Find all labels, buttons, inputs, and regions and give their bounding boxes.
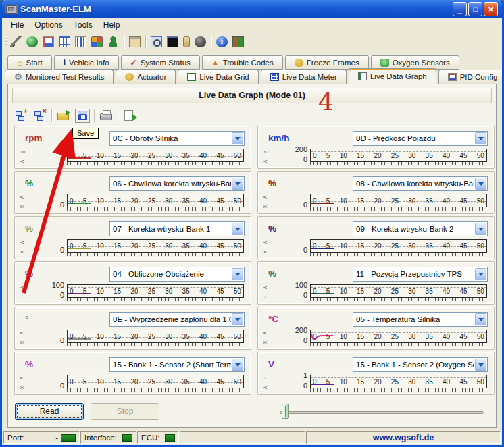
battery-icon[interactable] [183,36,190,47]
minor-ticks [67,253,244,256]
y-axis-rotated-label: v [262,332,269,335]
pid-select[interactable]: 08 - Chwilowa korekta wtrysku-Bank 2 [353,176,488,191]
graph-axis: 05101520253035404550 [310,284,487,298]
tab-live-data-meter[interactable]: Live Data Meter [261,70,347,84]
tick-label: 20 [374,242,381,250]
status-bar: Port: - Interface: ECU: www.wgsoft.de [2,431,502,445]
chevron-down-icon[interactable] [232,178,243,190]
tick-label: 10 [97,333,104,340]
menu-help[interactable]: Help [99,19,125,31]
graph-axis: 05101520253035404550 [67,330,244,343]
pid-select[interactable]: 0D - Prędkość Pojazdu [353,131,488,146]
chevron-glyph [478,363,484,367]
maximize-button[interactable]: □ [468,2,482,16]
chevron-down-icon[interactable] [232,359,243,371]
pid-select[interactable]: 15 - Bank 1 - Sensor 2 (Oxygen Senso [353,357,488,372]
globe-icon[interactable] [26,36,38,47]
user-icon[interactable] [107,36,119,47]
tick-label: 45 [459,242,467,250]
y-max-label: 100 [279,281,307,289]
grid-icon[interactable] [59,36,70,47]
x-tick-labels: 05101520253035404550 [311,330,486,342]
pid-select[interactable]: 0E - Wyprzedzenie zapłonu dla 1 Cylin [109,312,245,327]
chevron-down-icon[interactable] [475,132,486,144]
tick-label: 0 [70,197,74,205]
pid-select-value: 0E - Wyprzedzenie zapłonu dla 1 Cylin [110,315,231,323]
open-icon[interactable] [56,109,71,123]
x-tick-labels: 05101520253035404550 [311,375,486,388]
chevron-down-icon[interactable] [232,313,243,325]
pid-select[interactable]: 11 - Pozycja Przepustnicy TPS [353,267,488,282]
tick-label: 35 [182,333,190,340]
pid-select[interactable]: 07 - Korekta wtrysku-Bank 1 [109,221,245,236]
system-status-icon: ✓ [130,59,137,66]
chevron-down-icon[interactable] [475,223,486,235]
exit-icon[interactable] [232,36,244,47]
ecu-led-icon [165,434,175,442]
window-icon[interactable] [91,36,103,47]
tab-vehicle-info[interactable]: iVehicle Info [54,55,119,70]
terminal-icon[interactable] [167,36,178,47]
chevron-down-icon[interactable] [475,268,486,280]
tab-pid-config[interactable]: PID Config [438,70,504,84]
pid-select[interactable]: 06 - Chwilowa korekta wtrysku-Bank 1 [109,176,245,191]
toolbar-separator [51,109,52,122]
pid-select[interactable]: 15 - Bank 1 - Sensor 2 (Short Term Fu [109,357,245,372]
tick-label: 35 [426,288,433,295]
tick-label: 5 [83,333,87,340]
chart-icon[interactable] [75,36,86,47]
tab-trouble-codes[interactable]: ▲Trouble Codes [202,55,283,70]
chevron-down-icon[interactable] [475,313,486,325]
toolbar-separator [124,35,124,49]
report-icon[interactable] [43,36,54,47]
chevron-down-icon[interactable] [232,223,243,235]
clipboard-icon[interactable] [129,36,141,47]
tick-label: 35 [182,242,190,250]
stop-button[interactable]: Stop [91,403,159,420]
tick-label: 40 [443,197,450,205]
menu-file[interactable]: File [6,19,28,31]
remove-graph-icon[interactable] [32,109,47,123]
tab-actuator[interactable]: Actuator [116,70,176,84]
chevron-down-icon[interactable] [232,132,243,144]
tab-monitored-test-results[interactable]: ⚙Monitored Test Results [5,70,114,84]
pid-select[interactable]: 04 - Obliczone Obciążenie [109,267,245,282]
minimize-button[interactable]: _ [453,2,467,16]
close-button[interactable]: ✕ [484,2,498,16]
tab-start[interactable]: ⌂Start [7,55,52,70]
minor-ticks [67,388,244,392]
speed-slider[interactable] [280,409,484,415]
connect-icon[interactable] [10,36,22,47]
pid-select[interactable]: 09 - Korekta wtrysku-Bank 2 [353,221,488,236]
tick-label: 45 [216,378,224,386]
tab-freeze-frames[interactable]: Freeze Frames [285,55,369,70]
tab-system-status[interactable]: ✓System Status [121,55,200,70]
info-icon[interactable] [216,36,228,47]
tab-live-data-grid[interactable]: Live Data Grid [178,70,259,84]
chevron-down-icon[interactable] [475,178,486,190]
chevron-down-icon[interactable] [475,359,486,371]
gauge-icon[interactable] [195,36,206,47]
tick-label: 5 [326,288,330,295]
graph-panel-8: %11 - Pozycja Przepustnicy TPSv·10000510… [258,262,494,304]
menu-options[interactable]: Options [30,19,67,31]
pid-select[interactable]: 0C - Obroty Silnika [109,131,245,146]
x-tick-labels: 05101520253035404550 [311,240,486,252]
tick-label: 10 [340,197,347,205]
save-icon[interactable] [75,109,90,123]
print-icon[interactable] [99,109,114,123]
chevron-down-icon[interactable] [232,268,243,280]
slider-thumb[interactable] [282,404,289,419]
menu-tools[interactable]: Tools [69,19,97,31]
website-link[interactable]: www.wgsoft.de [306,431,501,444]
add-graph-icon[interactable] [14,109,28,123]
tab-oxygen-sensors[interactable]: Oxygen Sensors [371,55,459,70]
pid-select[interactable]: 05 - Temperatura Silnika [353,312,488,327]
search-window-icon[interactable] [151,36,162,47]
read-button[interactable]: Read [15,403,84,420]
tab-live-data-graph[interactable]: Live Data Graph [349,68,436,84]
tick-label: 50 [477,288,484,295]
slider-track[interactable] [280,411,484,414]
tick-label: 10 [340,242,347,250]
export-icon[interactable] [122,109,137,123]
